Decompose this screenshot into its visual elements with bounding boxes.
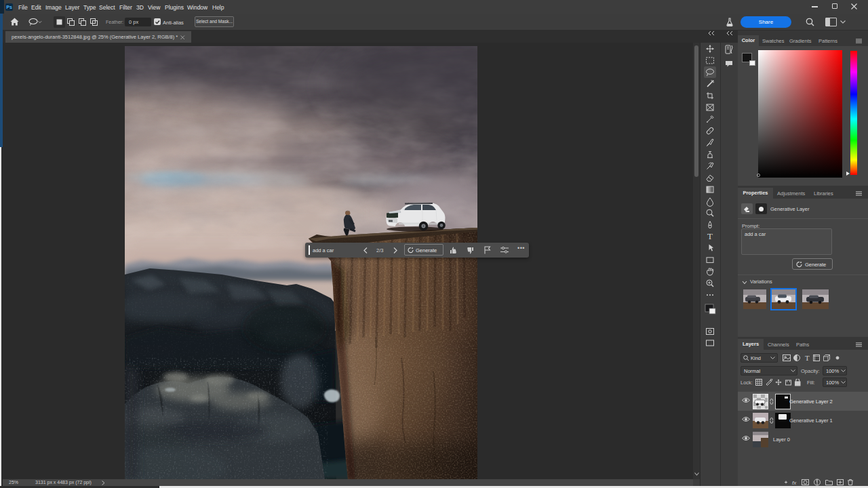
svg-text:fx: fx [792, 480, 797, 486]
svg-text:T: T [707, 231, 713, 241]
svg-text:T: T [805, 354, 810, 362]
